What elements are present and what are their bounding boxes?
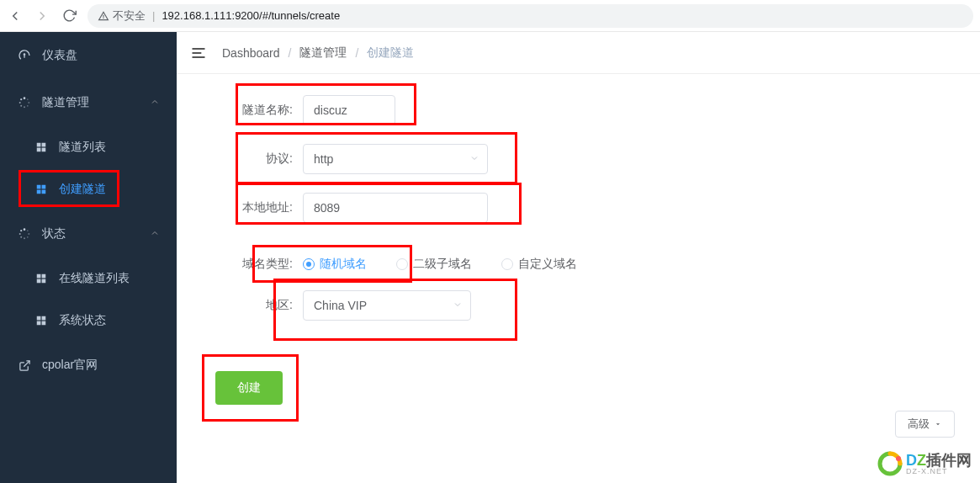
sidebar-item-label: 隧道列表: [59, 140, 160, 155]
svg-rect-27: [42, 279, 46, 284]
sidebar-item-cpolar-site[interactable]: cpolar官网: [0, 342, 177, 389]
reload-button[interactable]: [61, 8, 77, 24]
sidebar-item-tunnel-list[interactable]: 隧道列表: [0, 126, 177, 168]
sidebar-item-label: 系统状态: [59, 313, 160, 328]
svg-point-19: [28, 233, 29, 235]
chevron-up-icon: [150, 96, 160, 109]
sidebar-item-system-status[interactable]: 系统状态: [0, 300, 177, 342]
sidebar-item-tunnel-manage[interactable]: 隧道管理: [0, 79, 177, 126]
svg-rect-25: [42, 274, 46, 279]
svg-rect-13: [42, 185, 46, 189]
breadcrumb-separator: /: [355, 46, 358, 60]
svg-point-36: [896, 456, 901, 461]
svg-rect-28: [37, 316, 41, 321]
hamburger-icon[interactable]: [190, 45, 207, 61]
breadcrumb-item[interactable]: Dashboard: [222, 46, 280, 60]
sidebar-item-label: 仪表盘: [42, 48, 160, 63]
sidebar-item-label: cpolar官网: [42, 358, 160, 373]
region-label: 地区:: [202, 298, 303, 313]
external-link-icon: [17, 358, 32, 373]
svg-point-20: [20, 230, 22, 231]
domain-type-radio-group: 随机域名 二级子域名 自定义域名: [303, 257, 577, 272]
svg-rect-12: [37, 185, 41, 189]
svg-rect-8: [37, 143, 41, 147]
radio-custom-domain[interactable]: 自定义域名: [501, 257, 577, 272]
radio-label: 二级子域名: [413, 257, 472, 272]
sidebar-item-online-tunnels[interactable]: 在线隧道列表: [0, 257, 177, 300]
gauge-icon: [17, 48, 32, 63]
svg-point-0: [24, 97, 26, 99]
tunnel-name-input[interactable]: [303, 95, 395, 125]
svg-point-16: [24, 228, 26, 231]
tunnel-name-label: 隧道名称:: [202, 103, 303, 118]
protocol-select[interactable]: http: [303, 144, 488, 174]
svg-point-22: [20, 236, 22, 238]
grid-icon: [34, 140, 49, 155]
svg-rect-14: [37, 190, 41, 194]
svg-rect-26: [37, 279, 41, 284]
radio-label: 自定义域名: [518, 257, 577, 272]
svg-line-32: [24, 360, 29, 366]
breadcrumb-item[interactable]: 隧道管理: [299, 45, 347, 61]
sidebar-item-create-tunnel[interactable]: 创建隧道: [0, 168, 177, 210]
sidebar-item-dashboard[interactable]: 仪表盘: [0, 32, 177, 79]
sidebar-item-label: 状态: [42, 226, 140, 242]
watermark-main: DZDZ插件网插件网: [906, 453, 972, 468]
watermark: DZDZ插件网插件网 DZ-X.NET: [877, 451, 972, 476]
grid-icon: [34, 271, 49, 286]
radio-circle-icon: [303, 258, 315, 270]
watermark-sub: DZ-X.NET: [906, 468, 972, 475]
browser-bar: 不安全 | 192.168.1.111:9200/#/tunnels/creat…: [0, 0, 980, 32]
url-text: 192.168.1.111:9200/#/tunnels/create: [162, 9, 340, 22]
local-addr-input[interactable]: [303, 193, 488, 223]
svg-point-7: [27, 98, 29, 100]
url-separator: |: [152, 9, 155, 22]
svg-point-1: [24, 106, 25, 108]
region-select[interactable]: China VIP: [303, 290, 471, 321]
main-content: Dashboard / 隧道管理 / 创建隧道 隧道名称: 协议:: [177, 32, 980, 483]
protocol-label: 协议:: [202, 151, 303, 167]
radio-subdomain[interactable]: 二级子域名: [396, 257, 472, 272]
radio-random-domain[interactable]: 随机域名: [303, 257, 367, 272]
create-button[interactable]: 创建: [215, 371, 283, 405]
protocol-value: http: [314, 152, 333, 166]
radio-label: 随机域名: [320, 257, 367, 272]
breadcrumb-separator: /: [289, 46, 292, 60]
svg-point-18: [19, 233, 21, 235]
svg-rect-10: [37, 148, 41, 152]
svg-point-4: [20, 98, 22, 100]
region-value: China VIP: [314, 299, 367, 312]
grid-icon: [34, 182, 49, 197]
svg-point-5: [27, 105, 29, 107]
chevron-up-icon: [150, 227, 160, 241]
forward-button[interactable]: [34, 8, 50, 24]
svg-rect-11: [42, 148, 46, 152]
svg-point-17: [24, 237, 25, 239]
svg-point-3: [28, 102, 29, 104]
svg-rect-24: [37, 274, 41, 279]
svg-point-21: [27, 236, 29, 238]
sidebar-item-label: 在线隧道列表: [59, 271, 160, 286]
radio-circle-icon: [396, 258, 408, 270]
svg-rect-30: [37, 321, 41, 326]
local-addr-label: 本地地址:: [202, 200, 303, 215]
svg-rect-31: [42, 321, 46, 326]
advanced-button[interactable]: 高级: [895, 411, 955, 438]
advanced-label: 高级: [908, 417, 930, 432]
domain-type-label: 域名类型:: [202, 257, 303, 272]
sidebar-item-label: 隧道管理: [42, 95, 140, 110]
insecure-label: 不安全: [113, 8, 146, 24]
sidebar-item-status[interactable]: 状态: [0, 210, 177, 257]
svg-point-2: [19, 102, 21, 104]
url-bar[interactable]: 不安全 | 192.168.1.111:9200/#/tunnels/creat…: [87, 4, 973, 28]
spinner-icon: [17, 226, 32, 242]
breadcrumb: Dashboard / 隧道管理 / 创建隧道: [222, 45, 414, 61]
watermark-logo-icon: [877, 451, 903, 476]
spinner-icon: [17, 95, 32, 110]
back-button[interactable]: [7, 8, 24, 24]
insecure-warning: 不安全: [98, 8, 146, 24]
form-area: 隧道名称: 协议: http: [177, 74, 980, 444]
sidebar: 仪表盘 隧道管理 隧道列表 创建隧道: [0, 32, 177, 483]
caret-down-icon: [934, 418, 942, 431]
svg-point-23: [27, 230, 29, 231]
